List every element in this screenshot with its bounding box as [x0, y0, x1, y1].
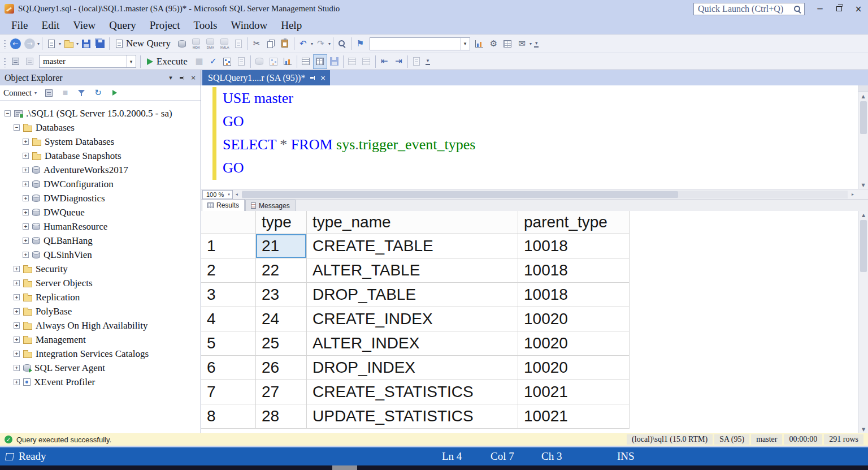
row-header[interactable]: 8: [201, 404, 256, 429]
execute-button[interactable]: Execute: [142, 54, 192, 69]
intellisense-icon[interactable]: [253, 54, 267, 69]
toolbar-options-caret[interactable]: ▾: [530, 41, 532, 46]
scroll-down-icon[interactable]: ▼: [859, 425, 868, 433]
zoom-control[interactable]: 100 % ▾: [202, 190, 233, 199]
grid-cell[interactable]: CREATE_TABLE: [307, 234, 518, 258]
connect-database-icon[interactable]: [8, 54, 23, 69]
toolbar-combobox[interactable]: ▾: [370, 37, 470, 50]
menu-view[interactable]: View: [66, 19, 102, 33]
grid-cell[interactable]: 24: [256, 307, 307, 331]
grid-cell[interactable]: UPDATE_STATISTICS: [307, 404, 518, 429]
grid-cell[interactable]: 10021: [518, 404, 630, 429]
sqlcmd-mode-icon[interactable]: [410, 54, 424, 69]
grid-cell[interactable]: 10018: [518, 283, 630, 307]
tree-item[interactable]: +QLSinhVien: [0, 248, 201, 262]
available-databases-combo[interactable]: master▾: [39, 55, 136, 68]
tree-item[interactable]: +AdventureWorks2017: [0, 163, 201, 177]
grid-cell[interactable]: CREATE_INDEX: [307, 307, 518, 331]
redo-icon-caret[interactable]: ▾: [328, 41, 331, 46]
code-line[interactable]: USE master: [223, 87, 475, 110]
grid-cell[interactable]: 10021: [518, 380, 630, 404]
navigate-forward-button[interactable]: →: [23, 36, 37, 51]
expand-icon[interactable]: +: [14, 379, 20, 385]
toolbar-overflow[interactable]: ▾: [426, 58, 431, 65]
expand-icon[interactable]: +: [23, 238, 29, 244]
navigate-backward-button[interactable]: ←: [8, 36, 23, 51]
object-explorer-header[interactable]: Object Explorer ▾ ×: [0, 70, 201, 85]
expand-icon[interactable]: +: [23, 209, 29, 215]
collapse-icon[interactable]: −: [14, 124, 20, 131]
mail-icon[interactable]: ✉: [515, 36, 529, 51]
estimated-plan-icon[interactable]: [220, 54, 235, 69]
tree-item[interactable]: −.\SQL1 (SQL Server 15.0.2000.5 - sa): [0, 106, 201, 120]
undo-icon-caret[interactable]: ▾: [311, 41, 313, 46]
stop-icon[interactable]: ■: [58, 85, 72, 100]
taskbar-item[interactable]: [332, 465, 357, 470]
menu-help[interactable]: Help: [274, 19, 309, 33]
editor-horizontal-scrollbar[interactable]: [242, 191, 848, 199]
expand-icon[interactable]: +: [23, 167, 29, 173]
notebook-icon[interactable]: [232, 36, 246, 51]
redo-icon[interactable]: ↷: [314, 36, 328, 51]
tree-item[interactable]: +Security: [0, 262, 201, 276]
scrollbar-thumb[interactable]: [860, 101, 867, 134]
scrollbar-thumb[interactable]: [242, 191, 678, 198]
close-button[interactable]: ×: [849, 0, 868, 18]
undo-icon[interactable]: ↶: [296, 36, 310, 51]
grid-corner-header[interactable]: [201, 211, 256, 234]
save-icon[interactable]: [79, 36, 93, 51]
results-to-file-icon[interactable]: [327, 54, 341, 69]
tree-item[interactable]: +DWQueue: [0, 205, 201, 219]
row-header[interactable]: 3: [201, 283, 256, 307]
editor-vertical-scrollbar[interactable]: ▲ ▼: [858, 85, 868, 189]
tree-item[interactable]: +QLBanHang: [0, 234, 201, 248]
new-file-icon-caret[interactable]: ▾: [59, 41, 61, 46]
cut-icon[interactable]: ✂: [250, 36, 264, 51]
navigate-caret[interactable]: ▾: [37, 41, 40, 46]
expand-icon[interactable]: +: [14, 351, 20, 357]
refresh-icon[interactable]: ↻: [91, 85, 105, 100]
grid-cell[interactable]: 10020: [518, 307, 630, 331]
menu-query[interactable]: Query: [102, 19, 142, 33]
xmla-query-icon[interactable]: XMLA: [218, 36, 232, 51]
code-line[interactable]: GO: [223, 156, 475, 179]
column-header-parent_type[interactable]: parent_type: [518, 211, 630, 234]
results-vertical-scrollbar[interactable]: ▲ ▼: [858, 211, 868, 433]
minimize-button[interactable]: ─: [810, 0, 830, 18]
tree-item[interactable]: +System Databases: [0, 135, 201, 149]
grid-cell[interactable]: 10020: [518, 356, 630, 380]
window-position-caret[interactable]: ▾: [166, 73, 176, 83]
code-line[interactable]: GO: [223, 110, 475, 133]
grid-cell[interactable]: DROP_INDEX: [307, 356, 518, 380]
tree-item[interactable]: +DWDiagnostics: [0, 191, 201, 205]
expand-icon[interactable]: +: [14, 294, 20, 300]
tree-item[interactable]: +Replication: [0, 290, 201, 304]
row-header[interactable]: 1: [201, 234, 256, 258]
status-line[interactable]: Ln 4: [442, 447, 462, 465]
row-header[interactable]: 6: [201, 356, 256, 380]
open-folder-icon[interactable]: [62, 36, 76, 51]
grid-cell[interactable]: 21: [256, 234, 307, 258]
expand-icon[interactable]: +: [14, 365, 20, 371]
grid-cell[interactable]: 10018: [518, 234, 630, 258]
client-statistics-icon[interactable]: [281, 54, 295, 69]
actual-plan-icon[interactable]: [267, 54, 281, 69]
tree-item[interactable]: +Database Snapshots: [0, 149, 201, 163]
uncomment-icon[interactable]: [359, 54, 374, 69]
chart-icon[interactable]: [472, 36, 487, 51]
grid-cell[interactable]: 10018: [518, 258, 630, 283]
expand-icon[interactable]: +: [23, 195, 29, 201]
expand-icon[interactable]: +: [14, 337, 20, 343]
database-engine-query-icon[interactable]: [175, 36, 189, 51]
cancel-icon[interactable]: ■: [192, 54, 206, 69]
comment-icon[interactable]: [345, 54, 359, 69]
open-folder-icon-caret[interactable]: ▾: [76, 41, 79, 46]
grid-cell[interactable]: 26: [256, 356, 307, 380]
results-to-text-icon[interactable]: [299, 54, 313, 69]
decrease-indent-icon[interactable]: ⇤: [377, 54, 392, 69]
scroll-up-icon[interactable]: ▲: [859, 211, 868, 219]
quick-launch-box[interactable]: [693, 3, 805, 15]
tab-sqlquery1[interactable]: SQLQuery1....r (SA (95))* ×: [202, 70, 330, 85]
connect-button[interactable]: Connect ▾: [3, 88, 40, 98]
menu-tools[interactable]: Tools: [187, 19, 224, 33]
